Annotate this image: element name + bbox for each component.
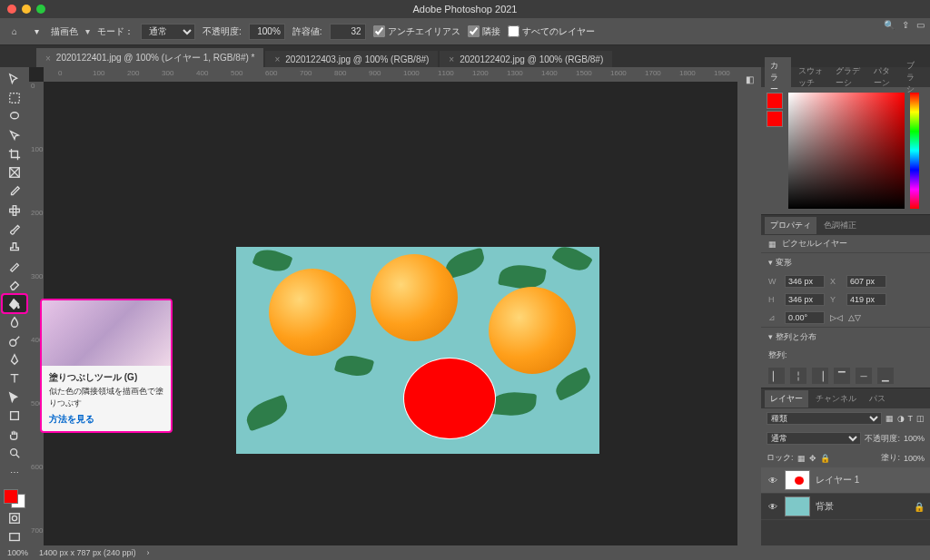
- zoom-tool[interactable]: [3, 445, 26, 462]
- eraser-tool[interactable]: [3, 277, 26, 294]
- align-bottom-icon[interactable]: ▁: [877, 368, 894, 384]
- type-tool[interactable]: [3, 370, 26, 388]
- layer-list: 👁 レイヤー 1 👁 背景 🔒: [761, 467, 930, 545]
- align-center-h-icon[interactable]: ╎: [790, 368, 806, 384]
- height-input[interactable]: [785, 293, 825, 306]
- fill-opacity[interactable]: 100%: [904, 454, 925, 463]
- healing-tool[interactable]: [3, 201, 26, 219]
- align-header[interactable]: ▾ 整列と分布: [761, 327, 930, 347]
- stamp-tool[interactable]: [3, 239, 26, 256]
- close-icon[interactable]: ×: [449, 54, 454, 64]
- artboard[interactable]: [236, 247, 599, 454]
- layer-tabs: レイヤー チャンネル パス: [761, 388, 930, 408]
- hue-slider[interactable]: [910, 93, 919, 209]
- lock-all-icon[interactable]: 🔒: [820, 454, 830, 463]
- tooltip-link[interactable]: 方法を見る: [49, 413, 163, 426]
- tab-properties[interactable]: プロパティ: [765, 217, 816, 234]
- layer-name[interactable]: 背景: [816, 500, 834, 513]
- lasso-tool[interactable]: [3, 108, 26, 125]
- color-swatches[interactable]: [4, 489, 25, 507]
- layer-name[interactable]: レイヤー 1: [816, 474, 859, 486]
- path-tool[interactable]: [3, 388, 26, 406]
- transform-header[interactable]: ▾ 変形: [761, 252, 930, 272]
- angle-input[interactable]: [785, 311, 825, 324]
- tab-doc1[interactable]: ×2020122401.jpg @ 100% (レイヤー 1, RGB/8#) …: [36, 48, 263, 68]
- shape-tool[interactable]: [3, 408, 26, 425]
- layer-item[interactable]: 👁 背景 🔒: [761, 494, 930, 520]
- zoom-level[interactable]: 100%: [7, 548, 28, 557]
- bg-swatch[interactable]: [767, 111, 783, 127]
- close-window[interactable]: [7, 5, 16, 14]
- layer-filter[interactable]: 種類: [767, 412, 882, 425]
- eyedropper-tool[interactable]: [3, 183, 26, 201]
- blur-tool[interactable]: [3, 314, 26, 331]
- tolerance-input[interactable]: [330, 24, 366, 40]
- filter-icon[interactable]: ▦: [885, 414, 894, 423]
- tab-doc2[interactable]: ×2020122403.jpg @ 100% (RGB/8#): [265, 51, 438, 68]
- history-brush-tool[interactable]: [3, 258, 26, 275]
- brush-tool[interactable]: [3, 221, 26, 238]
- marquee-tool[interactable]: [3, 90, 26, 107]
- search-icon[interactable]: 🔍: [884, 20, 895, 30]
- home-icon[interactable]: ⌂: [7, 25, 22, 39]
- align-top-icon[interactable]: ▔: [834, 368, 850, 384]
- alllayers-check[interactable]: すべてのレイヤー: [508, 25, 595, 38]
- align-right-icon[interactable]: ▕: [812, 368, 828, 384]
- screenmode-tool[interactable]: [3, 528, 26, 545]
- share-icon[interactable]: ⇪: [902, 20, 909, 30]
- chevron-right-icon[interactable]: ›: [147, 548, 150, 557]
- blend-mode-select[interactable]: 通常: [767, 432, 861, 445]
- saturation-value-field[interactable]: [788, 93, 905, 209]
- panel-icon[interactable]: ◧: [746, 74, 754, 84]
- quickmask-tool[interactable]: [3, 510, 26, 527]
- filter-icon[interactable]: ◫: [916, 414, 925, 423]
- flip-h-icon[interactable]: ▷◁: [830, 313, 843, 322]
- visibility-icon[interactable]: 👁: [767, 476, 779, 486]
- fg-swatch[interactable]: [767, 93, 783, 109]
- pen-tool[interactable]: [3, 351, 26, 368]
- antialias-check[interactable]: アンチエイリアス: [373, 25, 460, 38]
- layer-opacity[interactable]: 100%: [904, 434, 925, 443]
- opacity-input[interactable]: [249, 24, 285, 40]
- layer-thumbnail[interactable]: [785, 470, 810, 490]
- contiguous-check[interactable]: 隣接: [468, 25, 500, 38]
- workspace-icon[interactable]: ▭: [916, 20, 925, 30]
- layer-item[interactable]: 👁 レイヤー 1: [761, 467, 930, 494]
- layer-thumbnail[interactable]: [785, 496, 810, 516]
- minimize-window[interactable]: [22, 5, 31, 14]
- x-input[interactable]: [846, 275, 886, 288]
- lock-position-icon[interactable]: ✥: [809, 454, 816, 463]
- doc-info[interactable]: 1400 px x 787 px (240 ppi): [39, 548, 136, 557]
- tab-layers[interactable]: レイヤー: [765, 390, 808, 408]
- filter-icon[interactable]: T: [908, 414, 914, 423]
- crop-tool[interactable]: [3, 145, 26, 162]
- tab-channels[interactable]: チャンネル: [810, 390, 862, 408]
- close-icon[interactable]: ×: [274, 54, 280, 64]
- width-input[interactable]: [785, 275, 825, 288]
- tab-paths[interactable]: パス: [864, 390, 891, 408]
- flip-v-icon[interactable]: △▽: [848, 313, 861, 322]
- dodge-tool[interactable]: [3, 333, 26, 350]
- paint-bucket-tool[interactable]: [3, 295, 26, 312]
- y-input[interactable]: [846, 293, 886, 306]
- edit-toolbar[interactable]: ⋯: [3, 464, 26, 481]
- move-tool[interactable]: [3, 71, 26, 88]
- lock-pixels-icon[interactable]: ▦: [797, 454, 806, 463]
- svg-point-5: [10, 339, 16, 346]
- selection-tool[interactable]: [3, 127, 26, 144]
- hand-tool[interactable]: [3, 427, 26, 444]
- tab-doc3[interactable]: ×2020122402.jpg @ 100% (RGB/8#): [440, 51, 612, 68]
- blend-select-arrow[interactable]: ▾: [85, 26, 90, 36]
- align-left-icon[interactable]: ▏: [768, 368, 785, 384]
- mode-select[interactable]: 通常: [141, 24, 195, 40]
- maximize-window[interactable]: [36, 5, 45, 14]
- close-icon[interactable]: ×: [45, 54, 51, 64]
- svg-rect-3: [13, 205, 16, 215]
- tool-preset-icon[interactable]: ▾: [29, 25, 44, 39]
- visibility-icon[interactable]: 👁: [767, 502, 779, 512]
- frame-tool[interactable]: [3, 164, 26, 182]
- filter-icon[interactable]: ◑: [897, 414, 905, 423]
- foreground-color[interactable]: [4, 489, 18, 504]
- tab-adjustments[interactable]: 色調補正: [818, 217, 862, 234]
- align-center-v-icon[interactable]: ─: [856, 368, 872, 384]
